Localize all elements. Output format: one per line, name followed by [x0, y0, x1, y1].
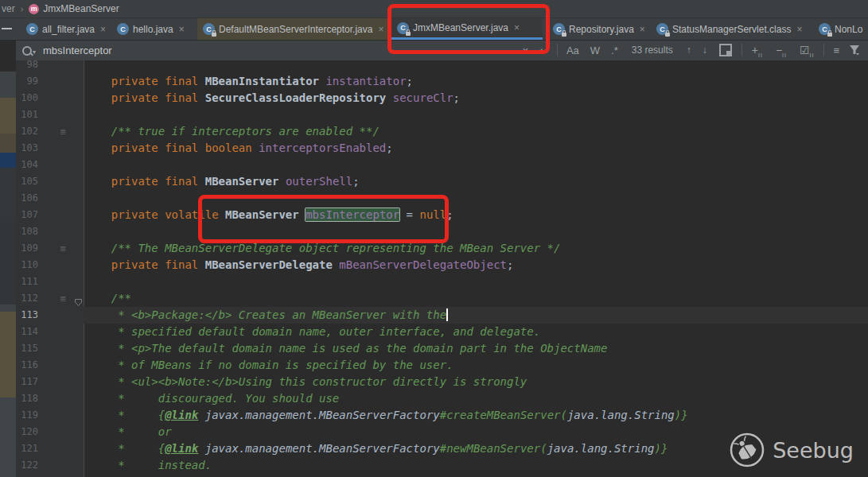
code-editor[interactable]: 9899 private final MBeanInstantiator ins…: [0, 60, 868, 477]
tab-hello-java[interactable]: Chello.java×: [111, 18, 188, 40]
toolbar-separator: [741, 44, 742, 56]
gutter-cell[interactable]: 121: [16, 440, 84, 457]
next-occurrence-button[interactable]: ↓: [703, 45, 707, 56]
gutter-cell[interactable]: 122: [16, 457, 84, 474]
gutter-cell[interactable]: 105: [16, 173, 84, 190]
fold-comment-icon[interactable]: ≣: [60, 240, 66, 257]
tab-repository-java[interactable]: CRepository.java×: [547, 18, 646, 40]
open-in-window-icon[interactable]: [719, 44, 732, 56]
line-number: 116: [16, 357, 38, 374]
code-line-99[interactable]: 99 private final MBeanInstantiator insta…: [16, 73, 868, 90]
code-line-101[interactable]: 101: [16, 107, 868, 123]
code-line-107[interactable]: 107 private volatile MBeanServer mbsInte…: [16, 207, 868, 223]
tab-nonlo[interactable]: CNonLo: [813, 18, 868, 40]
code-line-100[interactable]: 100 private final SecureClassLoaderRepos…: [16, 90, 868, 107]
line-number: 104: [16, 157, 38, 173]
gutter-cell[interactable]: 99: [16, 73, 84, 90]
code-line-103[interactable]: 103 private final boolean interceptorsEn…: [16, 140, 868, 157]
code-line-102[interactable]: 102≣ /** true if interceptors are enable…: [16, 123, 868, 140]
code-line-111[interactable]: 111: [16, 273, 868, 290]
filter-icon[interactable]: [849, 45, 860, 56]
line-number: 99: [16, 73, 38, 90]
add-occurrence-icon[interactable]: +II: [752, 44, 763, 56]
gutter-cell[interactable]: 104: [16, 157, 84, 173]
breadcrumb-class[interactable]: JmxMBeanServer: [43, 3, 119, 14]
code-line-117[interactable]: 117 * <ul><b>Note:</b>Using this constru…: [16, 374, 868, 390]
tab-defaultmbeanserverinterceptor-java[interactable]: CDefaultMBeanServerInterceptor.java×: [197, 18, 388, 40]
code-line-116[interactable]: 116 * of MBeans if no domain is specifie…: [16, 357, 868, 374]
gutter-cell[interactable]: 118: [16, 390, 84, 407]
gutter-cell[interactable]: 108: [16, 223, 84, 240]
line-number: 119: [16, 407, 38, 424]
close-tab-icon[interactable]: ×: [378, 24, 383, 35]
gutter-cell[interactable]: 114: [16, 324, 84, 340]
lock-icon: [562, 33, 566, 37]
code-line-112[interactable]: 112≣ /**: [16, 290, 868, 307]
code-text: [84, 223, 868, 240]
code-line-108[interactable]: 108: [16, 223, 868, 240]
close-tab-icon[interactable]: ×: [640, 24, 645, 35]
fold-comment-icon[interactable]: ≣: [60, 123, 66, 140]
search-input[interactable]: mbsInterceptor: [43, 45, 112, 56]
close-tab-icon[interactable]: ×: [100, 24, 105, 35]
gutter-cell[interactable]: 98: [16, 60, 84, 73]
gutter-cell[interactable]: 102≣: [16, 123, 84, 140]
regex-toggle[interactable]: .*: [611, 45, 618, 56]
breadcrumb-package[interactable]: ver: [2, 3, 15, 14]
code-line-115[interactable]: 115 * <p>The default domain name is used…: [16, 340, 868, 357]
gutter-cell[interactable]: 116: [16, 357, 84, 374]
code-text: [84, 273, 868, 290]
close-tab-icon[interactable]: ×: [796, 24, 802, 35]
gutter-cell[interactable]: 110: [16, 257, 84, 273]
gutter-cell[interactable]: 117: [16, 374, 84, 390]
gutter-cell[interactable]: 100: [16, 90, 84, 107]
code-line-106[interactable]: 106: [16, 190, 868, 207]
gutter-cell[interactable]: 109≣: [16, 240, 84, 257]
code-line-105[interactable]: 105 private final MBeanServer outerShell…: [16, 173, 868, 190]
gutter-cell[interactable]: 115: [16, 340, 84, 357]
tab-statusmanagerservlet-class[interactable]: CStatusManagerServlet.class×: [651, 18, 808, 40]
search-history-icon[interactable]: ↩: [539, 45, 548, 56]
code-line-98[interactable]: 98: [16, 60, 868, 73]
remove-occurrence-icon[interactable]: −II: [776, 44, 787, 56]
hidden-tabs-dash-icon[interactable]: [2, 28, 12, 29]
match-case-toggle[interactable]: Aa: [566, 45, 579, 56]
line-number: 117: [16, 374, 38, 390]
code-line-113[interactable]: 113 * <b>Package:</b> Creates an MBeanSe…: [16, 307, 868, 324]
code-line-110[interactable]: 110 private final MBeanServerDelegate mB…: [16, 257, 868, 273]
code-text: * <ul><b>Note:</b>Using this constructor…: [84, 374, 868, 390]
gutter-cell[interactable]: 103: [16, 140, 84, 157]
code-text: /** The MBeanServerDelegate object repre…: [84, 240, 868, 257]
line-number: 114: [16, 324, 38, 340]
tab-all-filter-java[interactable]: Call_filter.java×: [21, 18, 105, 40]
code-line-109[interactable]: 109≣ /** The MBeanServerDelegate object …: [16, 240, 868, 257]
seebug-logo-icon: [728, 431, 766, 469]
close-tab-icon[interactable]: ×: [179, 24, 185, 35]
multiline-toggle-icon[interactable]: ≡: [833, 45, 839, 56]
search-icon[interactable]: ▾: [22, 45, 33, 56]
gutter-cell[interactable]: 112≣: [16, 290, 84, 307]
gutter-cell[interactable]: 113: [16, 307, 84, 324]
gutter-cell[interactable]: 120: [16, 424, 84, 440]
code-line-104[interactable]: 104: [16, 157, 868, 173]
tab-label: DefaultMBeanServerInterceptor.java: [219, 24, 372, 35]
code-line-118[interactable]: 118 * discouraged. You should use: [16, 390, 868, 407]
line-number: 122: [16, 457, 38, 474]
code-text: * <b>Package:</b> Creates an MBeanServer…: [84, 307, 868, 324]
toolbar-separator: [823, 44, 824, 56]
clear-search-icon[interactable]: ×: [522, 45, 528, 56]
gutter-cell[interactable]: 101: [16, 107, 84, 123]
gutter-cell[interactable]: 107: [16, 207, 84, 223]
ide-window: ver › m JmxMBeanServer Call_filter.java×…: [0, 0, 868, 477]
select-occurrences-icon[interactable]: ☑II: [800, 44, 814, 56]
gutter-cell[interactable]: 119: [16, 407, 84, 424]
code-line-114[interactable]: 114 * specified default domain name, out…: [16, 324, 868, 340]
previous-occurrence-button[interactable]: ↑: [687, 45, 691, 56]
gutter-cell[interactable]: 111: [16, 273, 84, 290]
close-tab-icon[interactable]: ×: [514, 22, 520, 33]
tab-jmxmbeanserver-java[interactable]: CJmxMBeanServer.java×: [391, 18, 543, 40]
code-line-119[interactable]: 119 * {@link javax.management.MBeanServe…: [16, 407, 868, 424]
words-toggle[interactable]: W: [590, 45, 600, 56]
fold-comment-icon[interactable]: ≣: [60, 290, 66, 307]
gutter-cell[interactable]: 106: [16, 190, 84, 207]
